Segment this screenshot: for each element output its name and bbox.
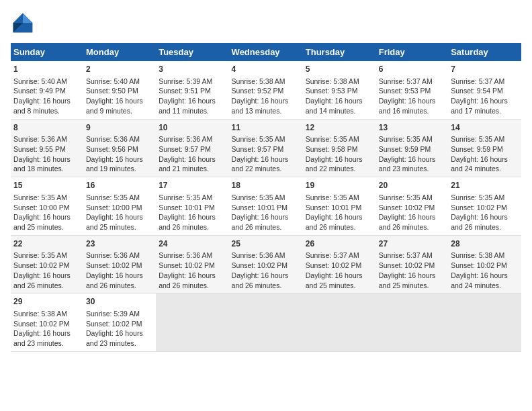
logo — [11, 11, 38, 35]
header-row: SundayMondayTuesdayWednesdayThursdayFrid… — [11, 43, 521, 61]
daylight: Daylight: 16 hours and 26 minutes. — [159, 271, 216, 289]
calendar-cell — [448, 293, 521, 352]
sunrise: Sunrise: 5:36 AM — [86, 251, 140, 259]
sunset: Sunset: 10:02 PM — [379, 261, 435, 269]
daylight: Daylight: 16 hours and 25 minutes. — [13, 213, 71, 231]
sunset: Sunset: 9:59 PM — [379, 145, 431, 153]
sunrise: Sunrise: 5:38 AM — [306, 77, 359, 85]
sunset: Sunset: 9:50 PM — [86, 87, 138, 95]
calendar-cell: 12Sunrise: 5:35 AMSunset: 9:58 PMDayligh… — [303, 119, 376, 177]
sunset: Sunset: 10:02 PM — [13, 320, 69, 328]
calendar-cell: 5Sunrise: 5:38 AMSunset: 9:53 PMDaylight… — [303, 61, 376, 119]
calendar-cell: 6Sunrise: 5:37 AMSunset: 9:53 PMDaylight… — [376, 61, 448, 119]
week-row-4: 22Sunrise: 5:35 AMSunset: 10:02 PMDaylig… — [11, 235, 521, 293]
sunset: Sunset: 10:00 PM — [86, 203, 142, 212]
sunrise: Sunrise: 5:35 AM — [13, 193, 67, 201]
calendar-cell: 11Sunrise: 5:35 AMSunset: 9:57 PMDayligh… — [229, 119, 303, 177]
calendar-cell — [156, 293, 228, 352]
sunrise: Sunrise: 5:36 AM — [86, 135, 140, 143]
calendar-cell: 3Sunrise: 5:39 AMSunset: 9:51 PMDaylight… — [156, 61, 228, 119]
sunrise: Sunrise: 5:37 AM — [379, 77, 433, 85]
calendar-body: 1Sunrise: 5:40 AMSunset: 9:49 PMDaylight… — [11, 61, 521, 351]
sunrise: Sunrise: 5:35 AM — [306, 193, 359, 201]
sunrise: Sunrise: 5:35 AM — [86, 193, 140, 201]
sunset: Sunset: 9:56 PM — [86, 145, 138, 153]
day-number: 18 — [232, 180, 300, 191]
calendar-cell: 22Sunrise: 5:35 AMSunset: 10:02 PMDaylig… — [11, 235, 83, 293]
daylight: Daylight: 16 hours and 21 minutes. — [159, 155, 216, 173]
sunset: Sunset: 9:57 PM — [232, 145, 284, 153]
sunrise: Sunrise: 5:35 AM — [451, 135, 504, 143]
sunset: Sunset: 9:52 PM — [232, 87, 284, 95]
sunset: Sunset: 10:02 PM — [451, 261, 506, 269]
sunrise: Sunrise: 5:35 AM — [451, 193, 504, 201]
sunrise: Sunrise: 5:35 AM — [379, 135, 433, 143]
day-number: 3 — [159, 64, 226, 75]
day-number: 21 — [451, 180, 519, 191]
week-row-2: 8Sunrise: 5:36 AMSunset: 9:55 PMDaylight… — [11, 119, 521, 177]
sunrise: Sunrise: 5:37 AM — [306, 251, 359, 259]
sunrise: Sunrise: 5:39 AM — [86, 310, 140, 318]
day-number: 11 — [232, 122, 300, 134]
calendar-cell — [376, 293, 448, 352]
calendar-table: SundayMondayTuesdayWednesdayThursdayFrid… — [11, 43, 521, 352]
daylight: Daylight: 16 hours and 22 minutes. — [232, 155, 289, 173]
calendar-cell: 9Sunrise: 5:36 AMSunset: 9:56 PMDaylight… — [83, 119, 156, 177]
day-number: 7 — [451, 64, 519, 75]
daylight: Daylight: 16 hours and 26 minutes. — [451, 213, 508, 231]
day-number: 5 — [306, 64, 373, 75]
day-number: 29 — [13, 296, 81, 308]
calendar-cell — [229, 293, 303, 352]
daylight: Daylight: 16 hours and 23 minutes. — [379, 155, 436, 173]
calendar-cell: 26Sunrise: 5:37 AMSunset: 10:02 PMDaylig… — [303, 235, 376, 293]
calendar-cell: 21Sunrise: 5:35 AMSunset: 10:02 PMDaylig… — [448, 177, 521, 236]
day-number: 17 — [159, 180, 226, 191]
daylight: Daylight: 16 hours and 22 minutes. — [306, 155, 363, 173]
header-cell-friday: Friday — [376, 43, 448, 61]
week-row-3: 15Sunrise: 5:35 AMSunset: 10:00 PMDaylig… — [11, 177, 521, 236]
sunset: Sunset: 9:59 PM — [451, 145, 503, 153]
sunset: Sunset: 10:01 PM — [232, 203, 287, 212]
calendar-cell: 1Sunrise: 5:40 AMSunset: 9:49 PMDaylight… — [11, 61, 83, 119]
day-number: 13 — [379, 122, 445, 134]
calendar-cell: 15Sunrise: 5:35 AMSunset: 10:00 PMDaylig… — [11, 177, 83, 236]
daylight: Daylight: 16 hours and 26 minutes. — [379, 213, 436, 231]
sunset: Sunset: 10:00 PM — [13, 203, 69, 212]
daylight: Daylight: 16 hours and 14 minutes. — [306, 97, 363, 115]
sunrise: Sunrise: 5:40 AM — [86, 77, 140, 85]
sunset: Sunset: 9:55 PM — [13, 145, 66, 153]
daylight: Daylight: 16 hours and 25 minutes. — [86, 213, 143, 231]
day-number: 22 — [13, 238, 81, 250]
sunrise: Sunrise: 5:37 AM — [451, 77, 504, 85]
daylight: Daylight: 16 hours and 25 minutes. — [306, 271, 363, 289]
sunrise: Sunrise: 5:35 AM — [159, 193, 212, 201]
logo-icon — [11, 11, 35, 35]
sunrise: Sunrise: 5:38 AM — [451, 251, 504, 259]
sunrise: Sunrise: 5:36 AM — [159, 251, 212, 259]
sunrise: Sunrise: 5:36 AM — [232, 251, 285, 259]
sunset: Sunset: 9:49 PM — [13, 87, 66, 95]
daylight: Daylight: 16 hours and 8 minutes. — [13, 97, 71, 115]
sunrise: Sunrise: 5:35 AM — [232, 135, 285, 143]
calendar-cell: 23Sunrise: 5:36 AMSunset: 10:02 PMDaylig… — [83, 235, 156, 293]
day-number: 28 — [451, 238, 519, 250]
sunset: Sunset: 9:58 PM — [306, 145, 358, 153]
daylight: Daylight: 16 hours and 9 minutes. — [86, 97, 143, 115]
day-number: 30 — [86, 296, 153, 308]
daylight: Daylight: 16 hours and 26 minutes. — [306, 213, 363, 231]
sunrise: Sunrise: 5:35 AM — [13, 251, 67, 259]
day-number: 4 — [232, 64, 300, 75]
day-number: 26 — [306, 238, 373, 250]
daylight: Daylight: 16 hours and 26 minutes. — [13, 271, 71, 289]
calendar-cell: 19Sunrise: 5:35 AMSunset: 10:01 PMDaylig… — [303, 177, 376, 236]
daylight: Daylight: 16 hours and 13 minutes. — [232, 97, 289, 115]
calendar-cell: 18Sunrise: 5:35 AMSunset: 10:01 PMDaylig… — [229, 177, 303, 236]
sunset: Sunset: 10:02 PM — [159, 261, 214, 269]
calendar-cell: 2Sunrise: 5:40 AMSunset: 9:50 PMDaylight… — [83, 61, 156, 119]
sunrise: Sunrise: 5:38 AM — [232, 77, 285, 85]
sunrise: Sunrise: 5:35 AM — [232, 193, 285, 201]
sunset: Sunset: 10:02 PM — [379, 203, 435, 212]
day-number: 12 — [306, 122, 373, 134]
calendar-cell: 17Sunrise: 5:35 AMSunset: 10:01 PMDaylig… — [156, 177, 228, 236]
day-number: 14 — [451, 122, 519, 134]
